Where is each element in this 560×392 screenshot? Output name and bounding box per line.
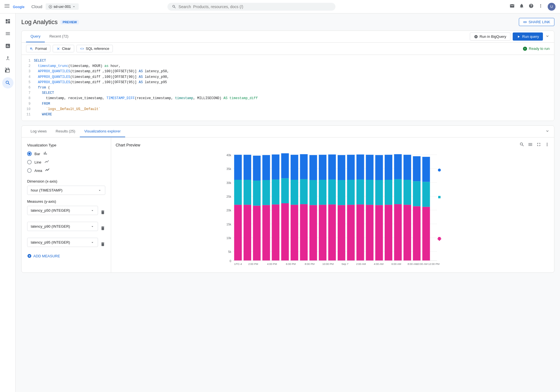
cloud-text: Cloud xyxy=(31,4,42,9)
results-tab-bar: Log views Results (25) Visualizations ex… xyxy=(22,126,554,137)
avatar[interactable]: U xyxy=(548,3,556,11)
svg-rect-42 xyxy=(291,205,298,261)
code-editor[interactable]: 1 SELECT 2 timestamp_trunc(timestamp, HO… xyxy=(22,55,554,121)
svg-rect-35 xyxy=(262,155,270,180)
format-button[interactable]: Format xyxy=(26,45,50,52)
preview-badge: PREVIEW xyxy=(60,20,79,24)
vis-option-line[interactable]: Line xyxy=(27,159,105,165)
share-link-label: SHARE LINK xyxy=(529,20,550,24)
code-line-7: 7 SELECT xyxy=(26,90,550,96)
svg-rect-62 xyxy=(347,155,354,180)
svg-rect-33 xyxy=(262,205,270,260)
project-selector[interactable]: sd-uxr-001 xyxy=(46,3,79,10)
sql-reference-button[interactable]: SQL reference xyxy=(76,45,113,52)
area-chart-icon xyxy=(45,167,50,174)
svg-text:8:00 AM: 8:00 AM xyxy=(408,263,417,266)
search-bar xyxy=(167,3,335,11)
svg-rect-63 xyxy=(356,204,364,261)
query-tab-bar: Query Recent (72) Run in BigQuery Run qu… xyxy=(22,31,554,43)
hamburger-icon[interactable] xyxy=(4,3,10,10)
svg-rect-41 xyxy=(281,153,289,178)
query-toolbar: Format Clear SQL reference Ready to run xyxy=(22,43,554,55)
measure-p50-dropdown[interactable]: latency_p50 (INTEGER) xyxy=(27,206,98,215)
fullscreen-icon[interactable] xyxy=(536,142,541,148)
svg-rect-102 xyxy=(438,196,440,198)
svg-text:2:00 AM: 2:00 AM xyxy=(356,263,366,266)
vis-option-bar[interactable]: Bar xyxy=(27,151,105,157)
tab-log-views[interactable]: Log views xyxy=(26,126,51,137)
bar-label: Bar xyxy=(34,152,40,156)
chart-title: Chart Preview xyxy=(116,143,140,147)
email-icon[interactable] xyxy=(510,3,515,10)
svg-rect-45 xyxy=(300,204,307,261)
svg-rect-59 xyxy=(338,155,345,180)
svg-rect-50 xyxy=(309,155,317,180)
tab-recent[interactable]: Recent (72) xyxy=(45,31,73,42)
share-link-button[interactable]: SHARE LINK xyxy=(519,18,554,26)
chart-tools xyxy=(519,142,550,148)
svg-text:UTC-4: UTC-4 xyxy=(234,263,242,266)
run-query-label: Run query xyxy=(522,34,539,39)
sidenav-analytics[interactable] xyxy=(2,40,13,52)
delete-measure-p90-icon[interactable] xyxy=(100,226,105,232)
svg-rect-73 xyxy=(385,180,392,205)
help-icon[interactable] xyxy=(529,3,534,10)
run-query-button[interactable]: Run query xyxy=(513,32,543,41)
tab-visualizations[interactable]: Visualizations explorer xyxy=(80,126,125,137)
query-panel: Query Recent (72) Run in BigQuery Run qu… xyxy=(21,31,554,121)
sidenav-dashboard[interactable] xyxy=(2,16,13,27)
run-bigquery-button[interactable]: Run in BigQuery xyxy=(470,32,510,41)
vis-option-area[interactable]: Area xyxy=(27,167,105,174)
vis-controls-panel: Visualization Type Bar Line xyxy=(22,137,111,272)
clear-button[interactable]: Clear xyxy=(53,45,74,52)
svg-text:Sep 7: Sep 7 xyxy=(342,263,349,266)
dimension-dropdown[interactable]: hour (TIMESTAMP) xyxy=(27,186,105,195)
measure-p90-dropdown[interactable]: latency_p90 (INTEGER) xyxy=(27,222,98,231)
sidenav-list[interactable] xyxy=(2,28,13,39)
expand-query-button[interactable] xyxy=(545,32,550,41)
legend-icon[interactable] xyxy=(528,142,533,148)
measure-row-p90: latency_p90 (INTEGER) xyxy=(27,222,105,235)
page-header: Log Analytics PREVIEW SHARE LINK xyxy=(21,18,554,26)
add-measure-button[interactable]: ADD MEASURE xyxy=(27,254,105,258)
measure-p95-dropdown[interactable]: latency_p95 (INTEGER) xyxy=(27,238,98,247)
sidenav-search[interactable] xyxy=(2,77,13,88)
svg-rect-86 xyxy=(422,157,430,182)
svg-rect-44 xyxy=(291,155,298,180)
svg-text:5k: 5k xyxy=(228,250,232,254)
more-chart-options-icon[interactable] xyxy=(545,142,550,148)
more-vert-icon[interactable] xyxy=(538,3,543,10)
svg-rect-80 xyxy=(403,155,411,180)
sidenav-merge[interactable] xyxy=(2,53,13,64)
svg-rect-39 xyxy=(281,203,289,261)
svg-rect-46 xyxy=(300,179,307,204)
svg-rect-30 xyxy=(253,206,260,260)
svg-rect-67 xyxy=(366,180,374,205)
svg-rect-61 xyxy=(347,180,354,205)
delete-measure-p50-icon[interactable] xyxy=(100,210,105,216)
svg-rect-66 xyxy=(366,205,374,261)
notifications-icon[interactable] xyxy=(519,3,524,10)
tab-query[interactable]: Query xyxy=(26,31,45,42)
vis-type-title: Visualization Type xyxy=(27,143,105,147)
page-title: Log Analytics xyxy=(21,18,58,26)
add-measure-label: ADD MEASURE xyxy=(33,254,60,258)
code-line-11: 11 WHERE xyxy=(26,112,550,117)
chart-area: Chart Preview xyxy=(111,137,554,272)
svg-rect-2 xyxy=(4,7,10,8)
expand-results-button[interactable] xyxy=(545,129,550,134)
svg-rect-57 xyxy=(338,205,345,260)
tab-results[interactable]: Results (25) xyxy=(51,126,80,137)
delete-measure-p95-icon[interactable] xyxy=(100,242,105,248)
svg-rect-72 xyxy=(385,205,392,261)
svg-rect-79 xyxy=(403,180,411,205)
google-cloud-logo[interactable]: Google Cloud xyxy=(13,3,42,10)
code-line-5: 5 APPROX_QUANTILES(timestamp_diff ,100)[… xyxy=(26,80,550,85)
code-line-10: 10 `logs__Default_US__Default` xyxy=(26,107,550,112)
svg-point-101 xyxy=(438,169,441,172)
sidenav-storage[interactable] xyxy=(2,65,13,76)
zoom-icon[interactable] xyxy=(519,142,524,148)
svg-text:35k: 35k xyxy=(227,167,232,171)
search-input[interactable] xyxy=(179,4,331,9)
dimension-value: hour (TIMESTAMP) xyxy=(31,188,62,192)
